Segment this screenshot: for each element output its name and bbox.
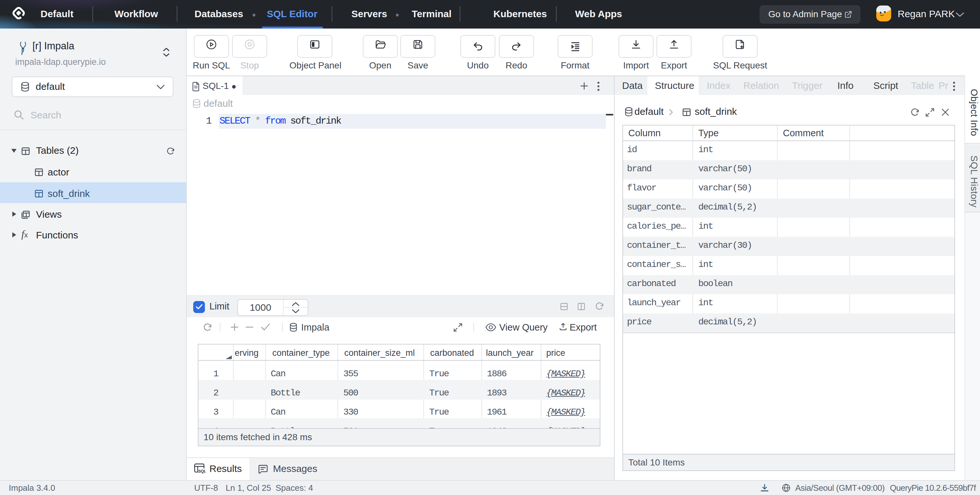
svg-text:SQL: SQL [199,469,205,474]
